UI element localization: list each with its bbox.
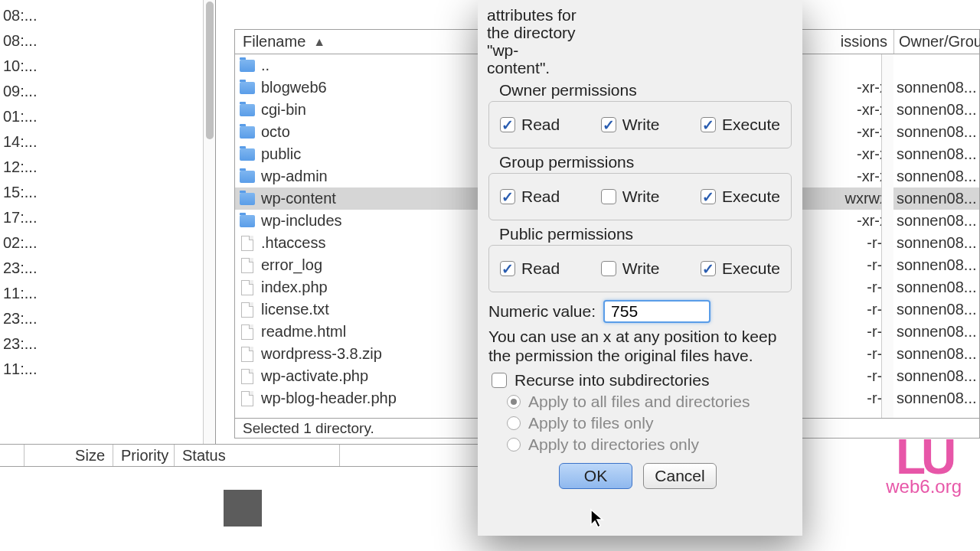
column-priority[interactable]: Priority [113,445,175,466]
local-row[interactable]: 23:... [0,306,215,331]
group-execute-checkbox[interactable] [701,189,716,204]
file-owner: sonnen08... [897,234,978,252]
group-read-checkbox[interactable] [500,189,515,204]
watermark-link: web6.org [886,476,962,497]
file-owner: sonnen08... [897,256,978,274]
file-owner: sonnen08... [897,367,978,385]
file-icon [241,324,253,340]
file-owner: sonnen08... [897,190,978,207]
local-row[interactable]: 10:... [0,54,215,79]
local-row[interactable]: 11:... [0,357,215,382]
sort-ascending-icon: ▲ [313,35,325,49]
file-icon [241,347,253,362]
folder-icon [240,126,255,139]
local-row[interactable]: 15:... [0,180,215,205]
read-label: Read [521,116,560,134]
file-owner: sonnen08... [897,79,978,96]
local-row[interactable]: 23:... [0,256,215,281]
file-owner: sonnen08... [897,123,978,141]
group-permissions-group: Read Write Execute [488,173,792,220]
apply-dirs-label: Apply to directories only [528,435,699,454]
file-owner: sonnen08... [897,168,978,185]
apply-files-radio[interactable] [507,416,521,430]
file-owner: sonnen08... [897,145,978,163]
folder-icon [240,60,255,72]
column-size[interactable]: Size [24,445,113,466]
owner-execute-checkbox[interactable] [701,117,716,132]
ok-button[interactable]: OK [559,463,632,489]
file-icon [241,258,253,273]
local-row[interactable]: 11:... [0,281,215,306]
local-row[interactable]: 02:... [0,230,215,256]
file-owner: sonnen08... [897,279,978,296]
file-owner: sonnen08... [897,345,978,363]
write-label: Write [622,116,660,134]
filename-label: Filename [243,33,305,51]
numeric-hint: You can use an x at any position to keep… [488,328,792,364]
file-owner: sonnen08... [897,390,978,407]
group-write-checkbox[interactable] [601,189,616,204]
public-permissions-label: Public permissions [499,225,793,243]
column-owner[interactable]: Owner/Group [893,30,979,54]
local-row[interactable]: 08:... [0,3,215,28]
local-row[interactable]: 01:... [0,104,215,129]
numeric-value-input[interactable] [603,300,710,323]
file-icon [241,302,253,318]
remote-scrollbar[interactable] [881,54,893,418]
file-icon [241,391,253,406]
local-row[interactable]: 12:... [0,155,215,180]
owner-write-checkbox[interactable] [601,117,616,132]
preview-thumbnail [224,490,262,527]
apply-dirs-radio[interactable] [507,438,521,452]
file-icon [241,280,253,295]
public-write-checkbox[interactable] [601,261,616,276]
owner-permissions-group: Read Write Execute [488,101,792,148]
column-status[interactable]: Status [175,445,340,466]
scrollbar-thumb[interactable] [206,2,214,139]
watermark-logo: LU [886,440,962,474]
group-permissions-label: Group permissions [499,153,793,171]
owner-read-checkbox[interactable] [500,117,515,132]
permissions-dialog: attributes for the directory "wp-content… [478,0,802,536]
folder-icon [240,148,255,161]
transfer-queue-header: Size Priority Status [0,444,478,467]
execute-label: Execute [722,116,780,134]
local-row[interactable]: 08:... [0,28,215,54]
public-execute-checkbox[interactable] [701,261,716,276]
cancel-button[interactable]: Cancel [643,463,717,489]
apply-files-label: Apply to files only [528,414,653,432]
local-row[interactable]: 23:... [0,331,215,357]
apply-all-radio[interactable] [507,395,521,409]
public-read-checkbox[interactable] [500,261,515,276]
folder-icon [240,171,255,183]
local-scrollbar[interactable] [203,0,215,444]
file-icon [241,236,253,251]
folder-icon [240,82,255,94]
numeric-value-label: Numeric value: [488,302,596,321]
file-owner: sonnen08... [897,323,978,341]
folder-icon [240,193,255,205]
local-row[interactable]: 17:... [0,205,215,230]
file-icon [241,369,253,384]
file-owner: sonnen08... [897,301,978,318]
file-owner: sonnen08... [897,212,978,230]
watermark: LU web6.org [886,440,962,497]
file-owner: sonnen08... [897,101,978,119]
column-permissions[interactable]: issions [841,33,887,51]
public-permissions-group: Read Write Execute [488,245,792,292]
owner-permissions-label: Owner permissions [499,81,793,99]
dialog-description: attributes for the directory "wp-content… [487,6,579,77]
local-row[interactable]: 14:... [0,129,215,155]
folder-icon [240,215,255,227]
folder-icon [240,104,255,116]
recurse-checkbox[interactable] [492,373,507,388]
local-row[interactable]: 09:... [0,79,215,104]
recurse-label: Recurse into subdirectories [514,371,709,390]
apply-all-label: Apply to all files and directories [528,393,750,411]
local-file-panel: 08:...08:...10:...09:...01:...14:...12:.… [0,0,216,444]
